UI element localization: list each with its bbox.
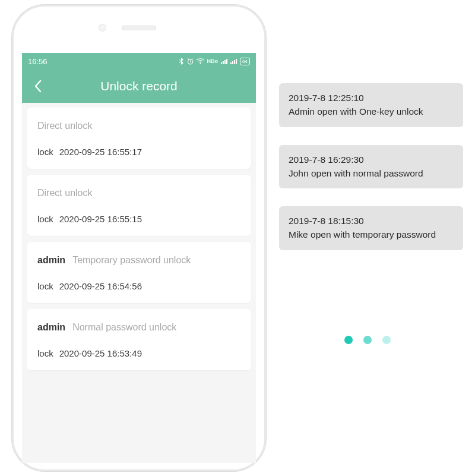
notification-time: 2019-7-8 16:29:30 [289,153,454,166]
page-title: Unlock record [22,79,256,93]
notification-item[interactable]: 2019-7-8 16:29:30 John open with normal … [279,145,463,189]
notification-item[interactable]: 2019-7-8 12:25:10 Admin open with One-ke… [279,83,463,127]
header-bar: Unlock record [22,70,256,103]
svg-rect-7 [232,61,233,64]
record-user: admin [37,255,65,266]
svg-rect-6 [230,62,232,64]
notification-message: Admin open with One-key unlock [289,105,454,118]
record-card[interactable]: Direct unlock lock 2020-09-25 16:55:17 [27,108,251,169]
notification-message: John open with normal password [289,166,454,180]
back-button[interactable] [29,77,47,95]
record-card[interactable]: admin Temporary password unlock lock 202… [27,242,251,303]
svg-point-1 [200,63,201,64]
record-timestamp: 2020-09-25 16:55:15 [59,214,142,224]
phone-top [14,7,264,53]
record-timestamp: 2020-09-25 16:54:56 [59,281,142,291]
signal-icon-1 [221,58,227,64]
chevron-left-icon [34,80,42,93]
alarm-icon [187,58,194,65]
record-user: admin [37,322,65,333]
hd-label: HDo [207,58,218,64]
signal-icon-2 [230,58,237,64]
phone-screen: 16:56 HDo 64 [22,53,256,463]
notifications-panel: 2019-7-8 12:25:10 Admin open with One-ke… [279,83,463,268]
records-list[interactable]: Direct unlock lock 2020-09-25 16:55:17 D… [22,103,256,370]
carousel-pager[interactable] [344,336,391,344]
record-type: Direct unlock [37,188,92,198]
battery-indicator: 64 [240,58,250,65]
record-card[interactable]: admin Normal password unlock lock 2020-0… [27,309,251,370]
notification-time: 2019-7-8 12:25:10 [289,91,454,105]
record-device: lock [37,147,53,157]
record-device: lock [37,281,53,291]
status-icons: HDo 64 [179,58,250,65]
wifi-icon [197,58,204,64]
record-type: Direct unlock [37,121,92,131]
notification-item[interactable]: 2019-7-8 18:15:30 Mike open with tempora… [279,206,463,250]
svg-rect-2 [221,62,222,64]
bluetooth-icon [179,58,184,65]
record-timestamp: 2020-09-25 16:55:17 [59,147,142,157]
svg-rect-4 [224,60,226,64]
svg-rect-5 [226,59,227,64]
record-card[interactable]: Direct unlock lock 2020-09-25 16:55:15 [27,175,251,236]
pager-dot-3[interactable] [382,336,391,344]
notification-message: Mike open with temporary password [289,228,454,241]
svg-rect-9 [236,59,237,64]
phone-speaker [122,26,156,30]
svg-rect-3 [223,61,224,64]
record-device: lock [37,348,53,358]
record-type: Normal password unlock [72,322,176,333]
svg-rect-8 [234,60,235,64]
record-timestamp: 2020-09-25 16:53:49 [59,348,142,358]
record-type: Temporary password unlock [72,255,191,266]
notification-time: 2019-7-8 18:15:30 [289,214,454,228]
pager-dot-1[interactable] [344,336,353,344]
phone-frame: 16:56 HDo 64 [12,5,266,471]
status-bar: 16:56 HDo 64 [22,53,256,70]
record-device: lock [37,214,53,224]
phone-camera [99,24,106,31]
pager-dot-2[interactable] [363,336,372,344]
status-time: 16:56 [28,57,48,66]
